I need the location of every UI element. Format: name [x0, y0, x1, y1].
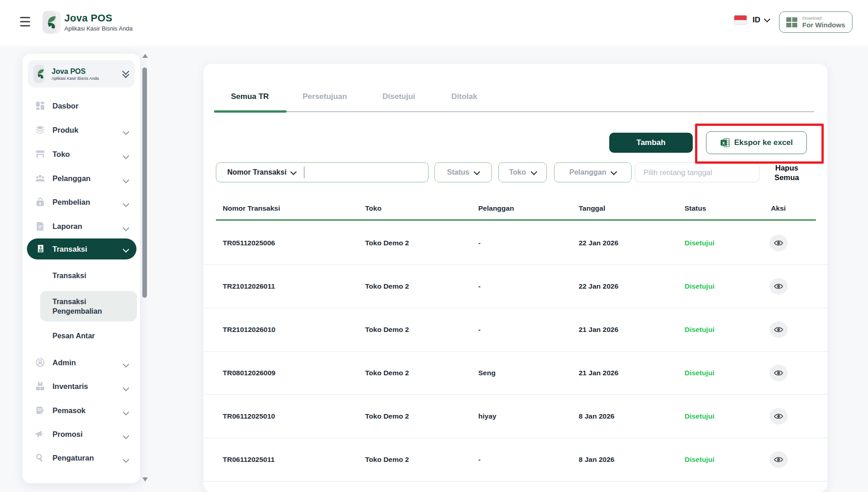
eye-icon — [774, 413, 783, 419]
sidebar-item-pemasok[interactable]: Pemasok — [22, 401, 140, 419]
tambah-button[interactable]: Tambah — [609, 133, 693, 153]
sidebar-item-admin[interactable]: Admin — [22, 353, 140, 372]
excel-icon: x — [720, 138, 730, 148]
sidebar-item-pelanggan[interactable]: Pelanggan — [22, 169, 140, 187]
chevron-down-icon — [764, 16, 770, 22]
windows-logo-icon — [786, 16, 798, 28]
chevron-down-icon — [124, 176, 128, 184]
sidebar-item-transaksi[interactable]: $ Transaksi — [27, 238, 136, 259]
pelanggan-filter-dropdown[interactable]: Pelanggan — [554, 162, 632, 182]
language-selector[interactable]: ID — [734, 15, 769, 25]
chevron-down-icon — [124, 128, 128, 136]
download-label: Download — [802, 16, 845, 21]
view-detail-button[interactable] — [769, 278, 788, 295]
eye-icon — [774, 240, 783, 246]
tab-persetujuan[interactable]: Persetujuan — [303, 92, 347, 101]
content-panel: Semua TR Persetujuan Disetujui Ditolak T… — [204, 64, 827, 492]
scroll-up-arrow-icon[interactable] — [142, 54, 148, 58]
chevron-down-icon — [124, 384, 128, 392]
status-badge: Disetujui — [685, 456, 757, 464]
status-badge: Disetujui — [685, 326, 757, 334]
product-layers-icon — [35, 125, 45, 135]
status-badge: Disetujui — [685, 412, 757, 420]
inventory-boxes-icon — [35, 381, 45, 391]
settings-wrench-icon — [35, 453, 45, 463]
sidebar-item-toko[interactable]: Toko — [22, 145, 140, 163]
table-row: TR21012026011 Toko Demo 2 - 22 Jan 2026 … — [204, 265, 827, 308]
chevron-down-icon — [124, 200, 128, 208]
app-brand: Jova POS Aplikasi Kasir Bisnis Anda — [42, 11, 133, 34]
view-detail-button[interactable] — [769, 365, 788, 381]
download-for-windows-button[interactable]: Download For Windows — [779, 11, 852, 33]
hapus-semua-button[interactable]: Hapus Semua — [764, 163, 810, 182]
sidebar-subitem-transaksi-pengembalian[interactable]: Transaksi Pengembalian — [40, 291, 137, 321]
sidebar-item-produk[interactable]: Produk — [22, 121, 140, 139]
sidebar-item-pengaturan[interactable]: Pengaturan — [22, 449, 140, 467]
search-input[interactable] — [309, 164, 424, 181]
for-windows-label: For Windows — [802, 21, 845, 28]
table-header: Nomor Transaksi Toko Pelanggan Tanggal S… — [204, 199, 827, 218]
eye-icon — [774, 370, 783, 376]
receipt-icon: $ — [36, 244, 46, 254]
view-detail-button[interactable] — [769, 451, 788, 468]
eye-icon — [774, 283, 783, 290]
leaf-logo-icon — [33, 65, 48, 83]
sidebar-scrollbar[interactable] — [141, 54, 149, 482]
eye-icon — [774, 326, 783, 333]
sidebar-item-dasbor[interactable]: Dasbor — [22, 97, 140, 115]
chevron-down-icon — [124, 408, 128, 416]
sidebar-subitem-pesan-antar[interactable]: Pesan Antar — [22, 327, 140, 345]
chevron-down-icon[interactable] — [290, 168, 297, 175]
table-row: TR05112025006 Toko Demo 2 - 22 Jan 2026 … — [204, 222, 827, 265]
status-badge: Disetujui — [685, 369, 757, 377]
brand-subtitle: Aplikasi Kasir Bisnis Anda — [64, 25, 133, 32]
toko-filter-dropdown[interactable]: Toko — [498, 162, 547, 182]
sidebar-subitem-transaksi[interactable]: Transaksi — [22, 267, 140, 285]
filter-row: Nomor Transaksi Status Toko Pelanggan Ha… — [204, 162, 827, 182]
chevron-down-icon — [474, 168, 480, 175]
scrollbar-thumb[interactable] — [142, 67, 147, 298]
store-icon — [35, 149, 45, 159]
view-detail-button[interactable] — [769, 321, 788, 338]
table-row: TR21012026010 Toko Demo 2 - 21 Jan 2026 … — [204, 308, 827, 352]
sidebar-item-inventaris[interactable]: Inventaris — [22, 377, 140, 395]
chevron-down-icon — [124, 432, 128, 440]
svg-text:x: x — [722, 140, 725, 145]
eye-icon — [774, 456, 783, 463]
megaphone-icon — [35, 429, 45, 439]
ekspor-ke-excel-button[interactable]: x Ekspor ke excel — [706, 131, 807, 154]
tab-semua-tr[interactable]: Semua TR — [231, 92, 269, 101]
chevron-down-icon — [530, 168, 537, 175]
sidebar-item-laporan[interactable]: Laporan — [22, 217, 140, 235]
svg-text:$: $ — [40, 245, 42, 249]
top-bar: Jova POS Aplikasi Kasir Bisnis Anda ID D… — [0, 0, 868, 46]
sidebar-item-pembelian[interactable]: $ Pembelian — [22, 193, 140, 211]
hamburger-menu-icon[interactable] — [20, 17, 31, 29]
customers-icon — [35, 173, 45, 183]
view-detail-button[interactable] — [769, 235, 788, 251]
admin-user-icon — [35, 357, 45, 368]
dashboard-icon — [35, 101, 45, 111]
sidebar-brand-card[interactable]: Jova POS Aplikasi Kasir Bisnis Anda — [28, 60, 135, 88]
money-bag-icon: $ — [35, 197, 45, 207]
status-badge: Disetujui — [685, 239, 757, 247]
date-range-input[interactable] — [635, 162, 759, 182]
sidebar-item-promosi[interactable]: Promosi — [22, 425, 140, 443]
table-row: TR08012026009 Toko Demo 2 Seng 21 Jan 20… — [204, 352, 827, 395]
language-code: ID — [753, 16, 760, 25]
sidebar-brand-subtitle: Aplikasi Kasir Bisnis Anda — [52, 76, 123, 81]
clipboard-pencil-icon — [35, 405, 45, 415]
search-field-selector[interactable]: Nomor Transaksi — [227, 168, 287, 176]
tab-ditolak[interactable]: Ditolak — [451, 92, 477, 101]
view-detail-button[interactable] — [769, 408, 788, 425]
collapse-double-chevron-icon[interactable] — [123, 71, 128, 77]
tabs-divider — [214, 111, 814, 112]
status-filter-dropdown[interactable]: Status — [434, 162, 492, 182]
status-badge: Disetujui — [685, 282, 757, 290]
tab-disetujui[interactable]: Disetujui — [382, 92, 415, 101]
chevron-down-icon — [124, 224, 128, 232]
search-combo: Nomor Transaksi — [216, 162, 429, 182]
scroll-down-arrow-icon[interactable] — [142, 477, 148, 482]
chevron-down-icon — [124, 152, 128, 160]
svg-text:$: $ — [39, 202, 42, 206]
